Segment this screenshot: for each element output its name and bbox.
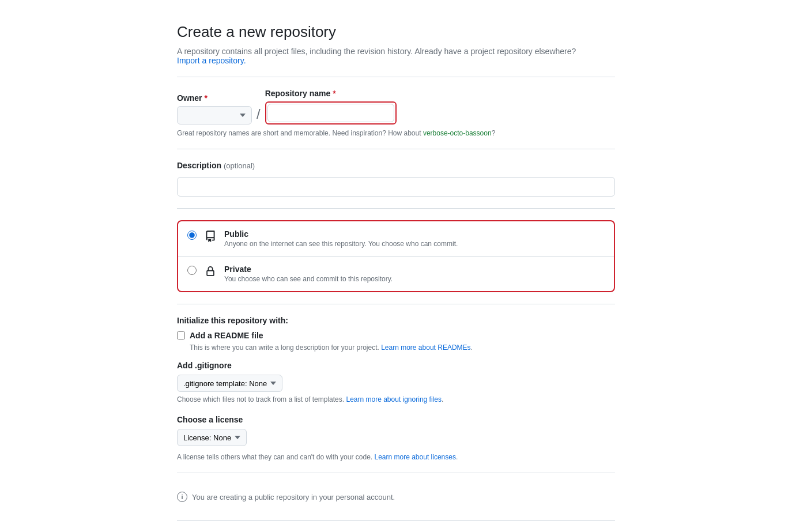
description-label: Description (optional): [177, 161, 615, 170]
visibility-box: Public Anyone on the internet can see th…: [177, 220, 615, 292]
public-desc: Anyone on the internet can see this repo…: [224, 240, 458, 248]
readme-label: Add a README file: [190, 331, 263, 340]
info-icon: i: [177, 492, 187, 502]
divider-visibility: [177, 208, 615, 209]
description-field-group: Description (optional): [177, 161, 615, 197]
initialize-section-title: Initialize this repository with:: [177, 316, 615, 325]
license-dropdown-button[interactable]: License: None: [177, 429, 247, 446]
chevron-down-icon: [270, 382, 276, 385]
public-text-group: Public Anyone on the internet can see th…: [224, 229, 458, 248]
visibility-radio-private[interactable]: [187, 266, 197, 275]
gitignore-section-title: Add .gitignore: [177, 361, 615, 370]
divider-info: [177, 473, 615, 473]
info-message: You are creating a public repository in …: [192, 493, 395, 501]
gitignore-learn-link[interactable]: Learn more about ignoring files: [346, 395, 441, 403]
divider-description: [177, 149, 615, 149]
suggestion-link[interactable]: verbose-octo-bassoon: [423, 129, 492, 137]
repo-name-input[interactable]: [267, 104, 394, 122]
slash-separator: /: [257, 107, 261, 124]
repo-name-label: Repository name *: [265, 89, 397, 98]
readme-checkbox[interactable]: [177, 331, 185, 339]
info-box: i You are creating a public repository i…: [177, 485, 615, 509]
private-desc: You choose who can see and commit to thi…: [224, 275, 393, 283]
gitignore-dropdown-button[interactable]: .gitignore template: None: [177, 375, 282, 392]
divider-initialize: [177, 304, 615, 304]
license-hint: A license tells others what they can and…: [177, 453, 615, 461]
lock-icon: [203, 265, 217, 278]
page-container: Create a new repository A repository con…: [165, 0, 627, 532]
owner-field-group: Owner *: [177, 93, 252, 124]
readme-desc: This is where you can write a long descr…: [190, 344, 615, 352]
repo-name-hint: Great repository names are short and mem…: [177, 129, 615, 137]
license-learn-link[interactable]: Learn more about licenses: [375, 453, 456, 461]
page-title: Create a new repository: [177, 23, 615, 41]
page-subtitle: A repository contains all project files,…: [177, 47, 615, 65]
public-label: Public: [224, 229, 458, 239]
repo-name-field-group: Repository name *: [265, 89, 397, 124]
divider-top: [177, 77, 615, 77]
owner-label: Owner *: [177, 93, 252, 103]
license-section-title: Choose a license: [177, 415, 615, 424]
owner-required-marker: *: [204, 93, 207, 103]
divider-bottom: [177, 520, 615, 521]
readme-learn-more-link[interactable]: Learn more about READMEs: [381, 344, 470, 352]
description-input[interactable]: [177, 177, 615, 197]
private-label: Private: [224, 265, 393, 274]
repo-name-required-marker: *: [333, 89, 335, 98]
license-dropdown-label: License: None: [183, 433, 231, 442]
visibility-option-private[interactable]: Private You choose who can see and commi…: [178, 256, 614, 291]
repo-name-wrapper: [265, 101, 397, 124]
owner-repo-row: Owner * / Repository name *: [177, 89, 615, 124]
book-icon: [203, 229, 217, 243]
visibility-radio-public[interactable]: [187, 231, 197, 240]
visibility-option-public[interactable]: Public Anyone on the internet can see th…: [178, 221, 614, 256]
gitignore-hint: Choose which files not to track from a l…: [177, 395, 615, 403]
gitignore-dropdown-label: .gitignore template: None: [183, 379, 267, 388]
import-repository-link[interactable]: Import a repository.: [177, 56, 246, 65]
private-text-group: Private You choose who can see and commi…: [224, 265, 393, 283]
chevron-down-icon-license: [235, 436, 240, 439]
readme-checkbox-row: Add a README file: [177, 331, 615, 340]
owner-select[interactable]: [177, 106, 252, 124]
